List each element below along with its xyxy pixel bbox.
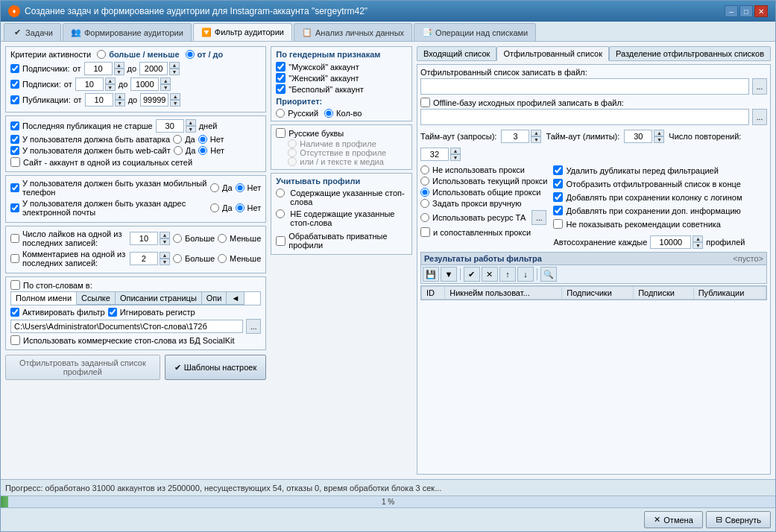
email-no-radio[interactable]: Нет — [236, 203, 262, 212]
criteria-radio-lessgr[interactable]: больше / меньше — [97, 50, 179, 59]
results-search-btn[interactable]: 🔍 — [540, 267, 557, 282]
email-yes-radio[interactable]: Да — [210, 203, 233, 212]
results-up-btn[interactable]: ↑ — [499, 267, 516, 282]
autosave-up[interactable]: ▲ — [693, 235, 703, 242]
mobile-yes-radio[interactable]: Да — [210, 183, 233, 192]
results-check-btn[interactable]: ✔ — [464, 267, 480, 282]
stopwords-file-input[interactable] — [10, 320, 243, 333]
tab-analysis[interactable]: 📋 Анализ личных данных — [294, 23, 412, 41]
otsutstvie-radio[interactable]: Отсутствие в профиле — [288, 148, 407, 157]
offline-base-checkbox[interactable] — [420, 98, 430, 107]
radio-lessmore[interactable] — [97, 50, 106, 59]
mobile-checkbox[interactable] — [10, 183, 19, 192]
last-pub-down[interactable]: ▼ — [186, 126, 196, 133]
tab-filtered-list[interactable]: Отфильтрованный список — [496, 46, 609, 61]
subscribers-to-input[interactable] — [139, 62, 168, 75]
save-filtered-input[interactable] — [420, 78, 749, 95]
stopwords-browse-btn[interactable]: ... — [246, 319, 261, 334]
publications-checkbox[interactable] — [10, 95, 19, 104]
subscribers-to-up[interactable]: ▲ — [169, 62, 180, 69]
last-pub-checkbox[interactable] — [10, 121, 19, 130]
minimize-window-btn[interactable]: – — [725, 5, 738, 17]
offline-base-input[interactable] — [420, 109, 749, 125]
stoptab-nav-btn[interactable]: ◄ — [227, 292, 245, 305]
email-checkbox[interactable] — [10, 203, 19, 212]
social-site-checkbox[interactable] — [10, 157, 20, 167]
priority-count-radio[interactable]: Кол-во — [324, 109, 362, 118]
publications-to-up[interactable]: ▲ — [170, 93, 180, 100]
subscriptions-to-up[interactable]: ▲ — [160, 77, 171, 84]
likes-more-radio[interactable]: Больше — [173, 234, 215, 243]
likes-value-input[interactable] — [130, 232, 158, 245]
comments-down[interactable]: ▼ — [160, 259, 170, 265]
comments-more-radio[interactable]: Больше — [173, 254, 215, 263]
proxy-common-radio[interactable]: Использовать общие прокси — [420, 188, 547, 197]
opt-show-filtered-checkbox[interactable] — [553, 179, 563, 189]
offline-base-browse-btn[interactable]: ... — [752, 109, 767, 125]
publications-from-input[interactable] — [85, 93, 113, 107]
proxy-none-radio[interactable]: Не использовать прокси — [420, 165, 547, 174]
proxy-current-radio[interactable]: Использовать текущий прокси — [420, 177, 547, 186]
opt-add-login-checkbox[interactable] — [553, 192, 563, 202]
templates-btn[interactable]: ✔ Шаблоны настроек — [165, 355, 267, 380]
timeout-req-down[interactable]: ▼ — [531, 136, 541, 143]
subscribers-from-down[interactable]: ▼ — [114, 69, 124, 75]
avatar-yes-radio[interactable]: Да — [173, 135, 195, 144]
tab-tasks[interactable]: ✔ Задачи — [4, 23, 61, 41]
cancel-btn[interactable]: ✕ Отмена — [644, 511, 702, 528]
proxy-ta-radio[interactable]: Использовать ресурс ТА ... — [420, 210, 547, 225]
likes-checkbox[interactable] — [10, 234, 19, 243]
comments-value-input[interactable] — [130, 252, 158, 265]
minimize-btn[interactable]: ⊟ Свернуть — [706, 511, 771, 528]
subscribers-from-up[interactable]: ▲ — [114, 62, 124, 69]
timeout-lim-input[interactable] — [624, 130, 652, 143]
website-checkbox[interactable] — [10, 146, 19, 155]
autosave-down[interactable]: ▼ — [693, 242, 703, 249]
radio-fromto[interactable] — [186, 50, 195, 59]
comments-less-radio[interactable]: Меньше — [218, 254, 261, 263]
timeout-req-input[interactable] — [501, 130, 529, 143]
subscriptions-to-down[interactable]: ▼ — [160, 84, 171, 91]
website-no-radio[interactable]: Нет — [198, 146, 224, 155]
likes-down[interactable]: ▼ — [160, 238, 170, 245]
process-private-checkbox[interactable] — [276, 236, 286, 246]
timeout-lim-down[interactable]: ▼ — [654, 136, 664, 143]
proxy-ta-browse-btn[interactable]: ... — [531, 210, 546, 225]
stoptab-fullname[interactable]: Полном имени — [11, 292, 77, 305]
tab-audience-form[interactable]: 👥 Формирование аудитории — [63, 23, 192, 41]
gender-female-checkbox[interactable] — [276, 73, 286, 83]
commercial-stopwords-checkbox[interactable] — [10, 335, 20, 345]
subscribers-from-input[interactable] — [84, 62, 113, 75]
maximize-window-btn[interactable]: □ — [739, 5, 753, 17]
consider-not-containing-radio[interactable]: НЕ содержащие указанные стоп-слова — [276, 209, 407, 227]
subscribers-checkbox[interactable] — [10, 64, 19, 73]
subscriptions-from-input[interactable] — [75, 77, 104, 91]
subscriptions-from-up[interactable]: ▲ — [105, 77, 116, 84]
publications-to-down[interactable]: ▼ — [170, 100, 180, 107]
timeout-rep-up[interactable]: ▲ — [450, 148, 461, 154]
nalichie-radio[interactable]: Наличие в профиле — [288, 139, 407, 148]
results-cross-btn[interactable]: ✕ — [482, 267, 498, 282]
timeout-rep-input[interactable] — [420, 148, 449, 161]
filter-profiles-btn[interactable]: Отфильтровать заданный список профилей — [5, 355, 160, 380]
opt-no-advisor-checkbox[interactable] — [553, 219, 563, 229]
subscribers-to-down[interactable]: ▼ — [169, 69, 180, 75]
criteria-radio-fromto[interactable]: от / до — [186, 50, 224, 59]
results-down-btn[interactable]: ↓ — [517, 267, 534, 282]
autosave-value-input[interactable] — [650, 235, 691, 249]
close-window-btn[interactable]: ✕ — [754, 5, 768, 17]
publications-to-input[interactable] — [140, 93, 168, 107]
last-pub-up[interactable]: ▲ — [186, 119, 196, 126]
subscriptions-from-down[interactable]: ▼ — [105, 84, 116, 91]
website-yes-radio[interactable]: Да — [174, 146, 196, 155]
last-pub-value[interactable] — [156, 119, 184, 133]
stoptab-link[interactable]: Ссылке — [77, 292, 116, 305]
tab-operations[interactable]: 📑 Операции над списками — [414, 23, 536, 41]
results-export-btn[interactable]: 💾 — [423, 267, 439, 282]
priority-russian-radio[interactable]: Русский — [276, 109, 318, 118]
proxy-matched-checkbox[interactable] — [420, 227, 430, 237]
results-action-btn[interactable]: ▼ — [441, 267, 457, 282]
publications-from-down[interactable]: ▼ — [115, 100, 125, 107]
stoptab-description[interactable]: Описании страницы — [116, 292, 202, 305]
comments-up[interactable]: ▲ — [160, 252, 170, 259]
